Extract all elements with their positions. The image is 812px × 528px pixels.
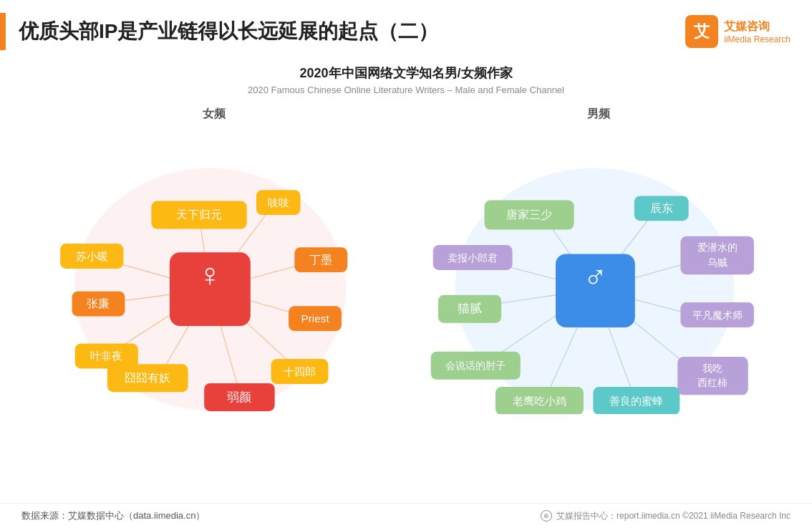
chart-title-cn: 2020年中国网络文学知名男/女频作家 <box>21 64 791 82</box>
svg-text:♀: ♀ <box>198 256 222 293</box>
logo-en: iiMedia Research <box>724 34 791 44</box>
svg-text:天下归元: 天下归元 <box>176 208 222 221</box>
page-title: 优质头部IP是产业链得以长远延展的起点（二） <box>19 18 685 45</box>
svg-text:囧囧有妖: 囧囧有妖 <box>125 371 170 384</box>
footer-source: 数据来源：艾媒数据中心（data.iimedia.cn） <box>21 509 205 522</box>
male-label: 男频 <box>406 107 791 122</box>
svg-text:猫腻: 猫腻 <box>458 301 482 315</box>
female-col: 女频 ♀ 天下归元 <box>21 107 406 422</box>
svg-text:♂: ♂ <box>583 259 607 295</box>
svg-text:老鹰吃小鸡: 老鹰吃小鸡 <box>513 395 566 407</box>
svg-text:卖报小郎君: 卖报小郎君 <box>448 252 498 264</box>
svg-text:辰东: 辰东 <box>650 201 673 214</box>
chart-title-en: 2020 Famous Chinese Online Literature Wr… <box>21 85 791 95</box>
logo-area: 艾 艾媒咨询 iiMedia Research <box>685 15 791 48</box>
chart-container: 2020年中国网络文学知名男/女频作家 2020 Famous Chinese … <box>0 64 812 422</box>
page-header: 优质头部IP是产业链得以长远延展的起点（二） 艾 艾媒咨询 iiMedia Re… <box>0 0 812 57</box>
globe-icon: ⊕ <box>541 510 552 522</box>
svg-text:乌贼: 乌贼 <box>707 256 728 268</box>
logo-icon: 艾 <box>685 15 718 48</box>
svg-text:Priest: Priest <box>301 312 329 325</box>
footer: 数据来源：艾媒数据中心（data.iimedia.cn） ⊕ 艾媒报告中心：re… <box>0 503 812 528</box>
svg-text:会说话的肘子: 会说话的肘子 <box>445 360 506 371</box>
svg-text:西红柿: 西红柿 <box>698 377 728 388</box>
svg-text:唐家三少: 唐家三少 <box>506 208 552 221</box>
svg-text:爱潜水的: 爱潜水的 <box>697 241 738 253</box>
svg-text:十四郎: 十四郎 <box>284 365 316 378</box>
svg-text:苏小暖: 苏小暖 <box>76 250 108 262</box>
footer-right: ⊕ 艾媒报告中心：report.iimedia.cn ©2021 iiMedia… <box>541 510 791 522</box>
logo-cn: 艾媒咨询 <box>724 19 770 34</box>
footer-copyright: 艾媒报告中心：report.iimedia.cn ©2021 iiMedia R… <box>556 510 791 522</box>
svg-text:弱颜: 弱颜 <box>227 390 251 404</box>
svg-text:丁墨: 丁墨 <box>309 253 332 266</box>
male-col: 男频 ♂ 唐家三少 <box>406 107 791 422</box>
logo-text: 艾媒咨询 iiMedia Research <box>724 19 791 44</box>
male-svg: ♂ 唐家三少 辰东 爱潜水的 乌贼 平凡魔术师 我吃 西红柿 <box>406 128 791 414</box>
svg-text:平凡魔术师: 平凡魔术师 <box>692 309 743 321</box>
svg-text:叶非夜: 叶非夜 <box>90 350 122 362</box>
svg-text:我吃: 我吃 <box>703 363 723 374</box>
svg-text:张廉: 张廉 <box>87 297 110 309</box>
female-label: 女频 <box>21 107 406 122</box>
header-accent-bar <box>0 13 6 50</box>
female-svg: ♀ 天下归元 吱吱 丁墨 Priest 十四郎 弱颜 <box>21 128 406 414</box>
svg-text:善良的蜜蜂: 善良的蜜蜂 <box>609 395 663 407</box>
svg-text:吱吱: 吱吱 <box>268 196 289 208</box>
bubble-section: 女频 ♀ 天下归元 <box>21 107 791 422</box>
